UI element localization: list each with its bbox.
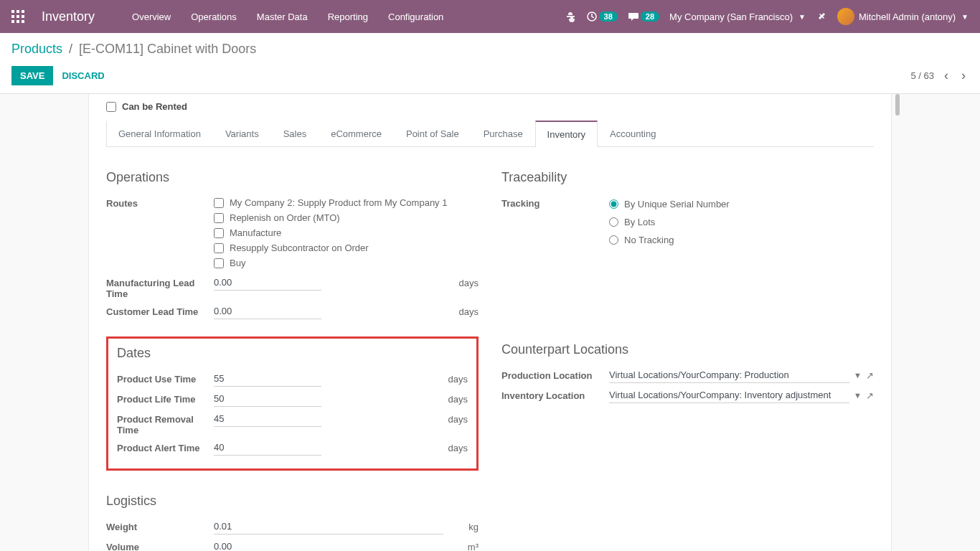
- tab-inventory[interactable]: Inventory: [535, 121, 598, 147]
- menu-master-data[interactable]: Master Data: [248, 6, 316, 28]
- tracking-radio[interactable]: [609, 199, 618, 209]
- menu-reporting[interactable]: Reporting: [319, 6, 377, 28]
- dates-highlight-box: Dates Product Use Time days Product Life…: [106, 336, 479, 471]
- control-panel: Products / [E-COM11] Cabinet with Doors …: [0, 33, 980, 94]
- tab-accounting[interactable]: Accounting: [598, 121, 668, 147]
- content-area: Can be Rented General Information Varian…: [0, 94, 980, 551]
- tracking-option-label: By Lots: [624, 217, 655, 227]
- route-label: Resupply Subcontractor on Order: [230, 242, 369, 253]
- production-location-label: Production Location: [501, 367, 609, 381]
- inventory-location-input[interactable]: [609, 387, 849, 403]
- menu-overview[interactable]: Overview: [123, 6, 179, 28]
- svg-rect-5: [22, 15, 24, 18]
- tab-ecommerce[interactable]: eCommerce: [319, 121, 394, 147]
- route-checkbox[interactable]: [214, 213, 224, 223]
- removal-time-input[interactable]: [214, 411, 321, 427]
- weight-unit: kg: [468, 519, 479, 532]
- settings-icon[interactable]: [816, 11, 827, 22]
- route-label: Manufacture: [230, 227, 281, 238]
- pager-prev[interactable]: ‹: [941, 65, 951, 86]
- menu-configuration[interactable]: Configuration: [380, 6, 452, 28]
- pager: 5 / 63 ‹ ›: [910, 65, 969, 86]
- logistics-title: Logistics: [106, 494, 479, 509]
- discard-button[interactable]: Discard: [62, 70, 104, 81]
- external-link-icon[interactable]: ↗: [866, 390, 874, 401]
- alert-time-input[interactable]: [214, 440, 321, 456]
- navbar: Inventory Overview Operations Master Dat…: [0, 0, 980, 33]
- volume-unit: m³: [468, 539, 479, 551]
- scrollbar[interactable]: [895, 94, 900, 116]
- svg-rect-8: [22, 20, 24, 23]
- main-menu: Overview Operations Master Data Reportin…: [123, 6, 452, 28]
- bug-icon[interactable]: [565, 11, 576, 22]
- svg-rect-0: [11, 10, 14, 13]
- route-checkbox[interactable]: [214, 258, 224, 268]
- menu-operations[interactable]: Operations: [182, 6, 245, 28]
- save-button[interactable]: Save: [11, 66, 53, 85]
- svg-rect-1: [17, 10, 19, 13]
- tabs: General Information Variants Sales eComm…: [106, 121, 874, 147]
- counterpart-title: Counterpart Locations: [501, 342, 874, 357]
- life-time-label: Product Life Time: [117, 391, 214, 405]
- route-label: My Company 2: Supply Product from My Com…: [230, 197, 447, 208]
- apps-icon[interactable]: [11, 10, 24, 23]
- use-time-input[interactable]: [214, 371, 321, 387]
- breadcrumb: Products / [E-COM11] Cabinet with Doors: [11, 42, 969, 57]
- tracking-options: By Unique Serial Number By Lots No Track…: [609, 195, 874, 249]
- breadcrumb-root[interactable]: Products: [11, 42, 62, 56]
- activity-badge: 38: [599, 11, 618, 22]
- days-unit: days: [448, 440, 468, 453]
- pager-next[interactable]: ›: [958, 65, 969, 86]
- tracking-label: Tracking: [501, 195, 609, 209]
- company-name: My Company (San Francisco): [669, 11, 793, 22]
- mfg-lead-input[interactable]: [214, 275, 321, 291]
- external-link-icon[interactable]: ↗: [866, 370, 874, 381]
- can-be-rented-label: Can be Rented: [122, 101, 187, 112]
- chevron-down-icon: ▼: [961, 13, 969, 21]
- tab-general-information[interactable]: General Information: [106, 121, 213, 147]
- production-location-input[interactable]: [609, 367, 849, 383]
- weight-input[interactable]: [214, 519, 443, 534]
- inventory-location-label: Inventory Location: [501, 387, 609, 401]
- cust-lead-label: Customer Lead Time: [106, 303, 214, 317]
- breadcrumb-sep: /: [69, 42, 72, 56]
- tab-variants[interactable]: Variants: [213, 121, 271, 147]
- can-be-rented-row: Can be Rented: [106, 94, 874, 121]
- svg-rect-3: [11, 15, 14, 18]
- traceability-title: Traceability: [501, 170, 874, 185]
- chevron-down-icon[interactable]: ▼: [854, 391, 862, 400]
- tracking-option-label: By Unique Serial Number: [624, 199, 730, 209]
- company-selector[interactable]: My Company (San Francisco) ▼: [669, 11, 806, 22]
- svg-rect-6: [11, 20, 14, 23]
- tab-purchase[interactable]: Purchase: [471, 121, 535, 147]
- routes-list: My Company 2: Supply Product from My Com…: [214, 195, 479, 270]
- cust-lead-input[interactable]: [214, 303, 321, 319]
- life-time-input[interactable]: [214, 391, 321, 407]
- app-brand[interactable]: Inventory: [42, 9, 95, 24]
- activity-icon[interactable]: 38: [586, 11, 618, 22]
- tab-sales[interactable]: Sales: [271, 121, 319, 147]
- days-unit: days: [448, 411, 468, 425]
- routes-label: Routes: [106, 195, 214, 209]
- route-checkbox[interactable]: [214, 228, 224, 238]
- discuss-icon[interactable]: 28: [628, 11, 659, 22]
- svg-rect-4: [17, 15, 19, 18]
- navbar-right: 38 28 My Company (San Francisco) ▼ Mitch…: [565, 8, 969, 25]
- discuss-badge: 28: [641, 11, 659, 22]
- route-checkbox[interactable]: [214, 198, 224, 208]
- volume-input[interactable]: [214, 539, 443, 551]
- tracking-radio[interactable]: [609, 217, 618, 227]
- tab-point-of-sale[interactable]: Point of Sale: [394, 121, 471, 147]
- route-label: Buy: [230, 258, 245, 268]
- route-checkbox[interactable]: [214, 243, 224, 253]
- route-label: Replenish on Order (MTO): [230, 212, 340, 223]
- tracking-option-label: No Tracking: [624, 235, 674, 245]
- pager-value[interactable]: 5 / 63: [910, 70, 934, 81]
- tracking-radio[interactable]: [609, 235, 618, 245]
- can-be-rented-checkbox[interactable]: [106, 102, 116, 112]
- use-time-label: Product Use Time: [117, 371, 214, 385]
- chevron-down-icon[interactable]: ▼: [854, 371, 862, 380]
- dates-title: Dates: [117, 346, 468, 361]
- user-menu[interactable]: Mitchell Admin (antony) ▼: [837, 8, 969, 25]
- svg-rect-7: [17, 20, 19, 23]
